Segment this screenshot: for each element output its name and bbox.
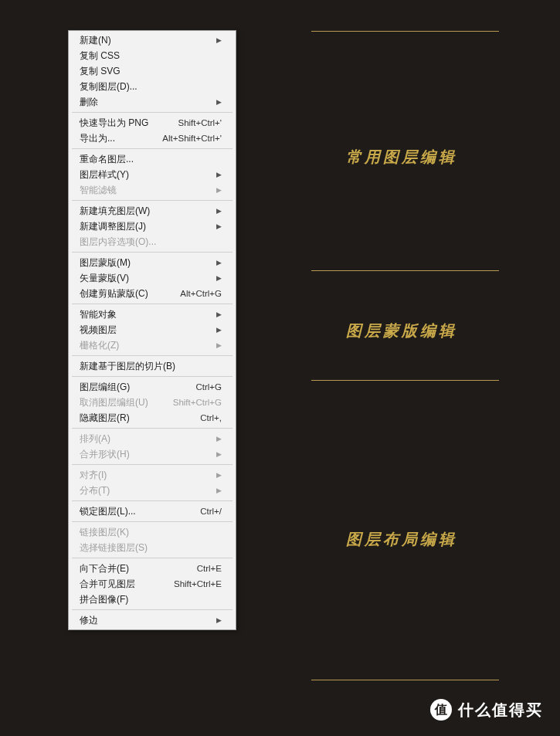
submenu-arrow-icon: ▶ — [216, 326, 222, 334]
menu-item: 排列(A)▶ — [69, 431, 236, 446]
menu-item-label: 分布(T) — [80, 484, 212, 497]
menu-item[interactable]: 智能对象▶ — [69, 307, 236, 322]
menu-item-label: 图层样式(Y) — [80, 168, 212, 181]
menu-separator — [72, 376, 232, 377]
menu-item-label: 复制 SVG — [80, 65, 222, 78]
submenu-arrow-icon: ▶ — [216, 341, 222, 349]
menu-item: 分布(T)▶ — [69, 483, 236, 498]
menu-separator — [72, 200, 232, 201]
menu-item-label: 快速导出为 PNG — [80, 117, 178, 130]
menu-item[interactable]: 新建(N)▶ — [69, 32, 236, 48]
menu-item-label: 排列(A) — [80, 432, 212, 446]
annotation-label-3: 图层布局编辑 — [346, 529, 457, 550]
submenu-arrow-icon: ▶ — [216, 207, 222, 215]
menu-item-label: 拼合图像(F) — [80, 593, 222, 606]
menu-item-label: 复制 CSS — [80, 49, 222, 63]
annotation-line — [311, 680, 499, 680]
submenu-arrow-icon: ▶ — [216, 274, 222, 282]
menu-item-label: 修边 — [80, 614, 212, 627]
menu-item-label: 对齐(I) — [80, 469, 212, 482]
submenu-arrow-icon: ▶ — [216, 186, 222, 194]
menu-item[interactable]: 快速导出为 PNGShift+Ctrl+' — [69, 115, 236, 131]
menu-item[interactable]: 拼合图像(F) — [69, 592, 236, 607]
watermark-icon: 值 — [430, 699, 452, 721]
menu-item[interactable]: 导出为...Alt+Shift+Ctrl+' — [69, 131, 236, 146]
menu-item-label: 视频图层 — [80, 324, 212, 337]
submenu-arrow-icon: ▶ — [216, 471, 222, 479]
submenu-arrow-icon: ▶ — [216, 487, 222, 494]
menu-item: 栅格化(Z)▶ — [69, 337, 236, 353]
menu-item-shortcut: Shift+Ctrl+E — [174, 579, 222, 588]
menu-item-label: 合并可见图层 — [80, 578, 174, 591]
menu-separator — [72, 148, 232, 149]
menu-item[interactable]: 复制 SVG — [69, 63, 236, 79]
annotation-label-1: 常用图层编辑 — [346, 147, 457, 168]
menu-separator — [72, 355, 232, 356]
menu-item-label: 重命名图层... — [80, 153, 222, 166]
annotation-line — [311, 270, 499, 271]
menu-item[interactable]: 重命名图层... — [69, 151, 236, 167]
menu-item-label: 隐藏图层(R) — [80, 412, 200, 425]
menu-item-label: 图层蒙版(M) — [80, 256, 212, 270]
submenu-arrow-icon: ▶ — [216, 450, 222, 458]
menu-item-shortcut: Ctrl+/ — [200, 507, 222, 516]
menu-item[interactable]: 向下合并(E)Ctrl+E — [69, 561, 236, 576]
menu-separator — [72, 112, 232, 113]
menu-item[interactable]: 视频图层▶ — [69, 322, 236, 337]
menu-item-label: 图层编组(G) — [80, 381, 195, 394]
annotation-label-2: 图层蒙版编辑 — [346, 321, 457, 341]
context-menu: 新建(N)▶复制 CSS复制 SVG复制图层(D)...删除▶快速导出为 PNG… — [68, 30, 236, 630]
annotation-line — [311, 380, 499, 381]
submenu-arrow-icon: ▶ — [216, 98, 222, 106]
menu-item[interactable]: 修边▶ — [69, 612, 236, 628]
menu-item-label: 取消图层编组(U) — [80, 396, 173, 409]
submenu-arrow-icon: ▶ — [216, 259, 222, 266]
menu-separator — [72, 558, 232, 558]
menu-separator — [72, 304, 232, 304]
menu-item-label: 新建(N) — [80, 34, 212, 47]
submenu-arrow-icon: ▶ — [216, 616, 222, 624]
menu-item-label: 锁定图层(L)... — [80, 505, 200, 518]
menu-item-shortcut: Ctrl+, — [200, 413, 222, 422]
menu-item[interactable]: 图层样式(Y)▶ — [69, 167, 236, 182]
menu-item[interactable]: 图层蒙版(M)▶ — [69, 255, 236, 270]
menu-item-label: 智能对象 — [80, 308, 212, 321]
menu-item-label: 删除 — [80, 96, 212, 109]
menu-item[interactable]: 隐藏图层(R)Ctrl+, — [69, 410, 236, 426]
menu-item[interactable]: 新建填充图层(W)▶ — [69, 203, 236, 219]
menu-item[interactable]: 新建基于图层的切片(B) — [69, 358, 236, 374]
menu-item-label: 选择链接图层(S) — [80, 541, 222, 555]
menu-item[interactable]: 图层编组(G)Ctrl+G — [69, 379, 236, 395]
menu-item-shortcut: Ctrl+E — [197, 564, 222, 573]
submenu-arrow-icon: ▶ — [216, 435, 222, 443]
menu-item-shortcut: Ctrl+G — [195, 382, 222, 392]
menu-item[interactable]: 锁定图层(L)...Ctrl+/ — [69, 504, 236, 519]
menu-item-label: 新建基于图层的切片(B) — [80, 360, 222, 373]
menu-item: 取消图层编组(U)Shift+Ctrl+G — [69, 395, 236, 410]
menu-item[interactable]: 新建调整图层(J)▶ — [69, 219, 236, 234]
menu-item-label: 栅格化(Z) — [80, 339, 212, 352]
submenu-arrow-icon: ▶ — [216, 222, 222, 230]
menu-item-label: 导出为... — [80, 132, 162, 145]
menu-item[interactable]: 矢量蒙版(V)▶ — [69, 270, 236, 286]
menu-item-label: 合并形状(H) — [80, 448, 212, 461]
menu-item[interactable]: 删除▶ — [69, 94, 236, 110]
menu-item-label: 创建剪贴蒙版(C) — [80, 287, 180, 300]
menu-separator — [72, 252, 232, 253]
menu-item: 合并形状(H)▶ — [69, 446, 236, 462]
menu-separator — [72, 609, 232, 610]
menu-item-label: 矢量蒙版(V) — [80, 272, 212, 285]
menu-item-label: 图层内容选项(O)... — [80, 236, 222, 249]
menu-item-label: 新建调整图层(J) — [80, 220, 212, 233]
menu-item[interactable]: 复制 CSS — [69, 48, 236, 63]
menu-item-shortcut: Alt+Shift+Ctrl+' — [162, 134, 222, 143]
menu-item[interactable]: 创建剪贴蒙版(C)Alt+Ctrl+G — [69, 286, 236, 301]
watermark-text: 什么值得买 — [458, 700, 543, 721]
menu-item-label: 向下合并(E) — [80, 562, 197, 575]
watermark: 值 什么值得买 — [430, 699, 543, 721]
menu-item-label: 新建填充图层(W) — [80, 205, 212, 218]
menu-item[interactable]: 合并可见图层Shift+Ctrl+E — [69, 576, 236, 592]
submenu-arrow-icon: ▶ — [216, 310, 222, 318]
menu-item: 链接图层(K) — [69, 524, 236, 540]
menu-item[interactable]: 复制图层(D)... — [69, 79, 236, 94]
